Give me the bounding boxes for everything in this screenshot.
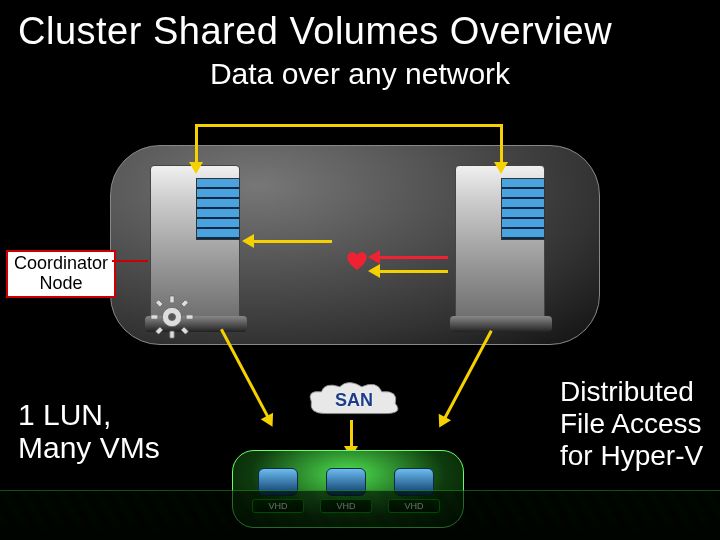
text-left-line1: 1 LUN, [18, 398, 160, 431]
svg-rect-4 [151, 315, 158, 319]
heart-icon [345, 248, 369, 272]
server-right [455, 165, 545, 325]
svg-rect-7 [181, 300, 188, 307]
svg-rect-3 [170, 331, 174, 338]
text-right-line2: File Access [560, 408, 710, 440]
gear-icon [150, 295, 194, 339]
text-right-line1: Distributed [560, 376, 710, 408]
coordinator-label: Coordinator Node [6, 250, 116, 298]
text-distributed-file-access: Distributed File Access for Hyper-V [560, 376, 710, 473]
coordinator-connector [112, 260, 148, 262]
page-subtitle: Data over any network [0, 57, 720, 91]
text-left-line2: Many VMs [18, 431, 160, 464]
svg-point-1 [168, 313, 175, 320]
footer-decor [0, 490, 720, 540]
svg-rect-9 [181, 327, 188, 334]
svg-rect-8 [156, 327, 163, 334]
coordinator-label-line2: Node [14, 274, 108, 294]
svg-rect-6 [156, 300, 163, 307]
svg-rect-2 [170, 296, 174, 303]
san-label: SAN [335, 390, 373, 411]
text-1lun-manyvms: 1 LUN, Many VMs [18, 398, 160, 464]
text-right-line3: for Hyper-V [560, 440, 710, 472]
coordinator-label-line1: Coordinator [14, 254, 108, 274]
page-title: Cluster Shared Volumes Overview [0, 0, 720, 53]
svg-rect-5 [186, 315, 193, 319]
